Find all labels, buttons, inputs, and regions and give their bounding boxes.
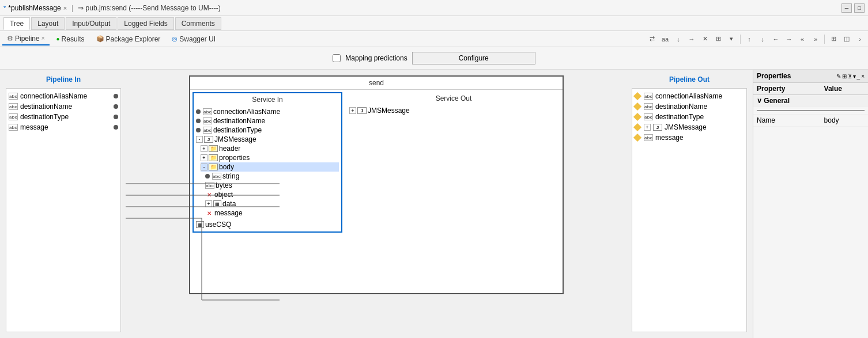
connector-out bbox=[114, 115, 118, 119]
mapping-predictions-checkbox[interactable] bbox=[333, 54, 341, 62]
tree-item-body[interactable]: - 📁 body bbox=[201, 162, 339, 172]
swagger-label: Swagger UI bbox=[179, 35, 216, 43]
toolbar-arrow-right-btn[interactable]: → bbox=[686, 33, 697, 45]
item-label: destinationName bbox=[20, 102, 72, 111]
list-item: abc destinationName bbox=[635, 101, 744, 112]
collapse-arrow[interactable]: ∨ bbox=[757, 97, 762, 105]
service-in-panel: Service In abc connectionAliasName abc d… bbox=[193, 92, 342, 233]
prop-table-btn[interactable]: ⊞ bbox=[842, 73, 847, 79]
expand-header[interactable]: + bbox=[201, 145, 207, 152]
jms-icon: J bbox=[653, 124, 662, 131]
expand-data[interactable]: + bbox=[205, 200, 212, 207]
toolbar-divider bbox=[740, 35, 741, 44]
item-label: destinationType bbox=[20, 113, 69, 121]
abc-icon: abc bbox=[205, 182, 214, 189]
properties-toolbar: ✎ ⊞ ⊻ ▾ _ × bbox=[836, 73, 865, 79]
item-name: useCSQ bbox=[205, 221, 231, 229]
prop-filter-btn[interactable]: ⊻ bbox=[848, 73, 852, 79]
list-item: abc message bbox=[9, 122, 118, 132]
expand-jms-pout[interactable]: + bbox=[644, 124, 651, 131]
prop-name-value[interactable]: body bbox=[821, 115, 868, 127]
tab-tree[interactable]: Tree bbox=[3, 17, 30, 30]
folder-icon: 📁 bbox=[209, 154, 218, 161]
prop-divider bbox=[757, 110, 865, 111]
tab-input-output[interactable]: Input/Output bbox=[66, 17, 116, 30]
properties-title: Properties bbox=[757, 72, 791, 80]
prop-collapse-btn[interactable]: ▾ bbox=[853, 73, 856, 79]
x-icon: ✕ bbox=[205, 191, 213, 199]
tab-comments[interactable]: Comments bbox=[175, 17, 221, 30]
prop-close-btn[interactable]: × bbox=[861, 73, 865, 79]
pipeline-icon: ⚙ bbox=[7, 35, 13, 43]
toolbar-up-btn[interactable]: ↑ bbox=[744, 33, 755, 45]
tab-swagger-ui[interactable]: ◎ Swagger UI bbox=[167, 33, 220, 45]
list-item: abc connectionAliasName bbox=[9, 91, 118, 101]
expand-jms-out[interactable]: + bbox=[349, 107, 356, 114]
toolbar-link-btn[interactable]: ⇄ bbox=[646, 33, 658, 45]
toolbar-x-btn[interactable]: ✕ bbox=[699, 33, 711, 45]
tree-item: + 📁 properties bbox=[201, 153, 339, 162]
section-label: General bbox=[764, 97, 790, 105]
item-name: JMSMessage bbox=[368, 107, 410, 115]
toolbar-map-btn[interactable]: ⊞ bbox=[712, 33, 724, 45]
toolbar-right2-btn[interactable]: » bbox=[810, 33, 821, 45]
pipeline-out-items: abc connectionAliasName abc destinationN… bbox=[632, 88, 747, 332]
configure-button[interactable]: Configure bbox=[412, 52, 535, 64]
mapping-row: Mapping predictions Configure bbox=[0, 47, 868, 70]
prop-row-name: Name body bbox=[753, 115, 868, 127]
maximize-button[interactable]: □ bbox=[854, 3, 865, 13]
tree-item: + 📁 header bbox=[201, 144, 339, 153]
tab-results[interactable]: ● Results bbox=[52, 33, 89, 45]
toolbar-dropdown-btn[interactable]: ▾ bbox=[726, 33, 737, 45]
tab-logged-fields[interactable]: Logged Fields bbox=[118, 17, 173, 30]
item-name: data bbox=[222, 200, 236, 208]
toolbar-grid-btn[interactable]: ⊞ bbox=[828, 33, 839, 45]
toolbar-down-btn[interactable]: ↓ bbox=[757, 33, 768, 45]
send-box-title: send bbox=[190, 77, 563, 90]
toolbar-collapse-btn[interactable]: ◫ bbox=[841, 33, 852, 45]
item-name: JMSMessage bbox=[214, 135, 256, 143]
tab-pipeline[interactable]: ⚙ Pipeline × bbox=[2, 33, 50, 45]
tab-title: * *publishMessage × bbox=[3, 4, 67, 12]
pipeline-close-icon[interactable]: × bbox=[41, 35, 45, 41]
list-item: abc message bbox=[635, 132, 744, 143]
toolbar-left-arr-btn[interactable]: ← bbox=[770, 33, 782, 45]
tab-label: *publishMessage bbox=[8, 4, 61, 12]
top-bar: * *publishMessage × | ⇒ pub.jms:send (--… bbox=[0, 0, 868, 16]
tab-close-icon[interactable]: × bbox=[63, 5, 67, 12]
diamond-icon bbox=[633, 92, 641, 100]
col-value: Value bbox=[821, 83, 868, 95]
diamond-icon bbox=[633, 113, 641, 121]
second-tab-bar: ⚙ Pipeline × ● Results 📦 Package Explore… bbox=[0, 31, 868, 47]
dot-connector bbox=[196, 109, 201, 114]
item-name: destinationName bbox=[213, 117, 265, 125]
item-label: message bbox=[655, 134, 684, 142]
diamond-icon bbox=[633, 102, 641, 111]
prop-min-btn[interactable]: _ bbox=[857, 73, 861, 79]
tab-package-explorer[interactable]: 📦 Package Explorer bbox=[92, 33, 165, 45]
minimize-button[interactable]: ─ bbox=[841, 3, 852, 13]
prop-edit-btn[interactable]: ✎ bbox=[836, 73, 841, 79]
package-icon: 📦 bbox=[96, 35, 104, 43]
properties-table: Property Value ∨ General bbox=[753, 83, 868, 127]
tree-item: abc bytes bbox=[205, 181, 339, 190]
expand-jms[interactable]: - bbox=[196, 136, 203, 143]
toolbar-aa-btn[interactable]: aa bbox=[659, 33, 671, 45]
toolbar-arrow-down-btn[interactable]: ↓ bbox=[673, 33, 684, 45]
properties-header: Properties ✎ ⊞ ⊻ ▾ _ × bbox=[753, 70, 868, 83]
expand-props[interactable]: + bbox=[201, 154, 207, 161]
pipeline-in-label: Pipeline In bbox=[6, 75, 121, 83]
toolbar-chevron-btn[interactable]: › bbox=[854, 33, 866, 45]
item-name: message bbox=[214, 209, 243, 217]
swagger-icon: ◎ bbox=[172, 35, 178, 43]
expand-body[interactable]: - bbox=[201, 164, 207, 170]
toolbar-right-arr-btn[interactable]: → bbox=[783, 33, 795, 45]
toolbar-left2-btn[interactable]: « bbox=[797, 33, 808, 45]
item-name: destinationType bbox=[213, 126, 262, 134]
tab-layout[interactable]: Layout bbox=[31, 17, 65, 30]
abc-icon: abc bbox=[9, 93, 18, 100]
package-label: Package Explorer bbox=[106, 35, 161, 43]
list-item: abc destinationName bbox=[9, 101, 118, 112]
tree-item-jms-out: + J JMSMessage bbox=[349, 106, 558, 115]
item-label: connectionAliasName bbox=[20, 92, 87, 100]
